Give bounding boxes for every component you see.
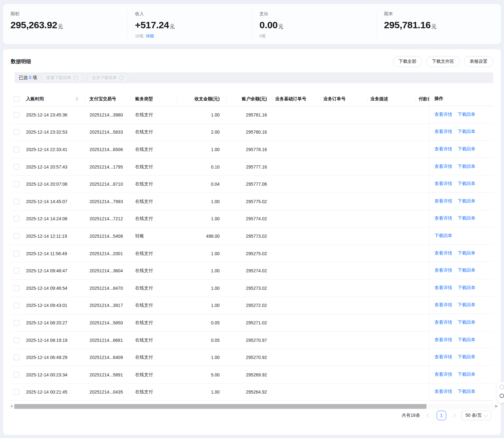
scroll-right-arrow[interactable] <box>495 405 497 408</box>
opening-value: 295,263.92 <box>10 20 57 30</box>
download-receipt-link[interactable]: 下载回单 <box>458 112 475 117</box>
row-checkbox[interactable] <box>14 181 19 187</box>
row-checkbox[interactable] <box>14 372 19 378</box>
table-row: 2025-12-14 14:24:08 20251214...7212 在线支付… <box>11 210 493 228</box>
download-receipt-link[interactable]: 下载回单 <box>458 389 475 395</box>
cell-balance: 295271.02 <box>226 314 272 331</box>
view-detail-link[interactable]: 查看详情 <box>434 129 452 135</box>
view-detail-link[interactable]: 查看详情 <box>434 198 452 204</box>
scroll-left-arrow[interactable] <box>10 405 12 408</box>
download-receipt-link[interactable]: 下载回单 <box>458 146 475 152</box>
income-count: 18笔 <box>135 34 144 38</box>
download-receipt-link[interactable]: 下载回单 <box>458 354 475 360</box>
table-row: 2025-12-14 14:45:07 20251214...7993 在线支付… <box>11 193 493 210</box>
row-checkbox[interactable] <box>14 355 19 360</box>
row-checkbox[interactable] <box>14 164 19 170</box>
view-detail-link[interactable]: 查看详情 <box>434 302 452 308</box>
row-checkbox[interactable] <box>14 199 19 204</box>
download-all-button[interactable]: 下载全部 <box>393 56 422 67</box>
sort-icon[interactable] <box>76 97 78 101</box>
download-receipt-link[interactable]: 下载回单 <box>458 302 475 308</box>
download-receipt-link[interactable]: 下载回单 <box>458 268 475 273</box>
download-receipt-link[interactable]: 下载回单 <box>458 198 475 204</box>
view-detail-link[interactable]: 查看详情 <box>434 250 452 256</box>
download-receipt-link[interactable]: 下载回单 <box>458 320 475 325</box>
income-detail-link[interactable]: 详细 <box>145 34 154 38</box>
view-detail-link[interactable]: 查看详情 <box>434 146 452 152</box>
col-type: 账务类型 <box>131 92 178 106</box>
row-checkbox[interactable] <box>14 233 19 239</box>
row-checkbox[interactable] <box>14 129 19 135</box>
cell-type: 在线支付 <box>131 210 178 228</box>
cell-balance: 295777.16 <box>226 158 272 176</box>
cell-balance: 295778.16 <box>226 141 272 158</box>
cell-txn-id: 20251214...5833 <box>85 124 131 141</box>
view-detail-link[interactable]: 查看详情 <box>434 320 452 325</box>
download-receipt-link[interactable]: 下载回单 <box>458 181 475 187</box>
income-unit: 元 <box>170 24 175 29</box>
operation-row: 查看详情下载回单 <box>429 262 493 279</box>
cell-type: 在线支付 <box>131 332 178 349</box>
view-detail-link[interactable]: 查看详情 <box>434 181 452 187</box>
row-checkbox[interactable] <box>14 389 19 395</box>
view-detail-link[interactable]: 查看详情 <box>434 337 452 343</box>
row-checkbox[interactable] <box>14 147 19 152</box>
operation-row: 查看详情下载回单 <box>429 193 493 210</box>
page-size-select[interactable]: 50 条/页 <box>461 411 491 420</box>
cell-type: 在线支付 <box>131 141 178 158</box>
cell-txn-id: 20251214...6506 <box>85 141 131 158</box>
row-checkbox[interactable] <box>14 251 19 256</box>
view-detail-link[interactable]: 查看详情 <box>434 164 452 169</box>
cell-order <box>320 124 367 141</box>
view-detail-link[interactable]: 查看详情 <box>434 354 452 360</box>
floating-toolbar[interactable] <box>497 382 504 403</box>
batch-download-receipt-button[interactable]: 批量下载回单 i <box>42 73 83 83</box>
row-checkbox[interactable] <box>14 268 19 274</box>
col-time[interactable]: 入账时间 <box>22 92 85 106</box>
download-receipt-link[interactable]: 下载回单 <box>458 250 475 256</box>
cell-base-order <box>272 245 320 262</box>
table-settings-button[interactable]: 表格设置 <box>464 56 493 67</box>
row-checkbox[interactable] <box>14 285 19 291</box>
row-checkbox[interactable] <box>14 216 19 222</box>
merge-download-receipt-button[interactable]: 合并下载回单 i <box>87 73 129 83</box>
download-receipt-link[interactable]: 下载回单 <box>458 164 475 169</box>
download-receipt-link[interactable]: 下载回单 <box>434 233 452 239</box>
horizontal-scrollbar[interactable] <box>10 404 498 409</box>
cell-time: 2025-12-14 23:45:36 <box>22 106 85 123</box>
row-checkbox[interactable] <box>14 302 19 308</box>
closing-label: 期末 <box>384 11 501 17</box>
cell-order <box>320 262 367 279</box>
cell-balance: 295780.16 <box>226 124 272 141</box>
cell-description <box>367 297 416 314</box>
download-filezone-button[interactable]: 下载文件区 <box>426 56 460 67</box>
row-checkbox[interactable] <box>14 112 19 118</box>
next-page-button[interactable] <box>451 414 457 417</box>
row-checkbox[interactable] <box>14 337 19 343</box>
cell-description <box>367 366 416 383</box>
customer-service-icon[interactable] <box>500 394 504 398</box>
download-receipt-link[interactable]: 下载回单 <box>458 285 475 291</box>
download-receipt-link[interactable]: 下载回单 <box>458 216 475 221</box>
page-number[interactable]: 1 <box>437 411 446 420</box>
cell-type: 在线支付 <box>131 262 178 279</box>
scrollbar-thumb[interactable] <box>14 404 427 409</box>
select-all-checkbox[interactable] <box>14 96 19 102</box>
download-receipt-link[interactable]: 下载回单 <box>458 129 475 135</box>
view-detail-link[interactable]: 查看详情 <box>434 112 452 117</box>
help-icon[interactable] <box>500 385 504 389</box>
operation-row: 查看详情下载回单 <box>429 158 493 176</box>
view-detail-link[interactable]: 查看详情 <box>434 389 452 395</box>
download-receipt-link[interactable]: 下载回单 <box>458 372 475 377</box>
download-receipt-link[interactable]: 下载回单 <box>458 337 475 343</box>
summary-expense: 支出 0.00元 0笔 <box>252 11 376 37</box>
prev-page-button[interactable] <box>426 414 432 417</box>
cell-amount: 1.00 <box>178 349 226 366</box>
cell-txn-id: 20251214...3980 <box>85 106 131 123</box>
view-detail-link[interactable]: 查看详情 <box>434 268 452 273</box>
row-checkbox[interactable] <box>14 320 19 326</box>
cell-description <box>367 228 416 245</box>
view-detail-link[interactable]: 查看详情 <box>434 285 452 291</box>
view-detail-link[interactable]: 查看详情 <box>434 216 452 221</box>
view-detail-link[interactable]: 查看详情 <box>434 372 452 377</box>
